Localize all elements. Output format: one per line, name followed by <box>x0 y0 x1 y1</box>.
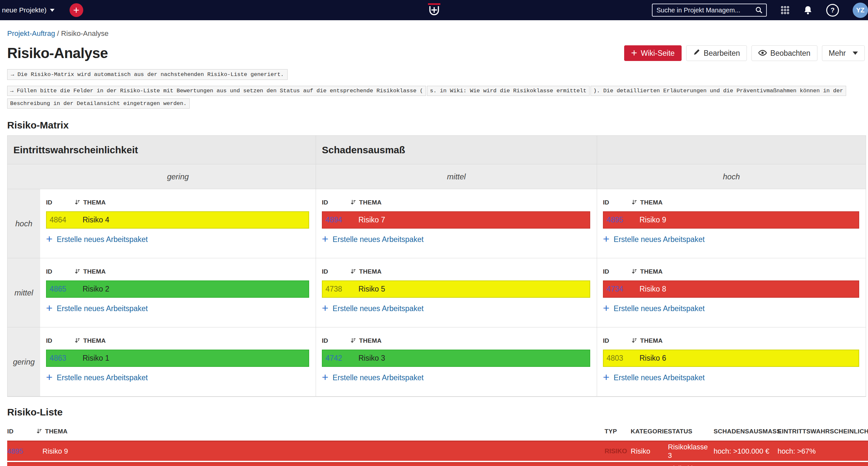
create-work-package-link[interactable]: +Erstelle neues Arbeitspaket <box>322 304 590 313</box>
search-icon[interactable] <box>755 6 763 14</box>
column-header-id[interactable]: ID <box>46 337 75 344</box>
risk-probability: hoch: >67% <box>778 447 868 456</box>
chevron-down-icon <box>50 9 55 12</box>
list-column-id[interactable]: ID <box>7 428 35 435</box>
column-header-id[interactable]: ID <box>603 268 632 275</box>
column-header-thema[interactable]: THEMA <box>359 337 382 344</box>
sort-icon <box>350 199 356 206</box>
risk-title: Risiko 9 <box>35 447 604 456</box>
create-work-package-label: Erstelle neues Arbeitspaket <box>57 235 148 244</box>
matrix-corner-cell <box>7 164 40 189</box>
create-work-package-label: Erstelle neues Arbeitspaket <box>57 373 148 382</box>
risk-title: Risiko 4 <box>83 215 110 224</box>
column-header-thema[interactable]: THEMA <box>83 199 106 206</box>
create-work-package-link[interactable]: +Erstelle neues Arbeitspaket <box>603 234 859 244</box>
risk-bar: 4864 Risiko 4 <box>46 211 309 229</box>
matrix-cell: IDTHEMA 4734 Risiko 8 +Erstelle neues Ar… <box>597 258 866 327</box>
risk-title: Risiko 7 <box>359 215 385 224</box>
create-work-package-link[interactable]: +Erstelle neues Arbeitspaket <box>46 304 309 313</box>
column-header-thema[interactable]: THEMA <box>359 268 382 275</box>
column-header-id[interactable]: ID <box>322 199 350 206</box>
breadcrumb: Projekt-Auftrag / Risiko-Analyse <box>7 20 865 38</box>
table-row: 4895 Risiko 9 RISIKO Risiko Risikoklasse… <box>7 440 868 461</box>
risk-bar: 4738 Risiko 5 <box>322 280 590 298</box>
project-switcher[interactable]: neue Projekte) <box>2 6 55 14</box>
column-header-id[interactable]: ID <box>603 199 632 206</box>
risk-bar: 4742 Risiko 3 <box>322 350 590 367</box>
sort-icon <box>632 199 638 206</box>
table-row: 4894 Risiko 7 RISIKO Risiko Risikoklasse… <box>7 462 868 466</box>
risk-id-link[interactable]: 4865 <box>47 285 83 294</box>
matrix-cell: IDTHEMA 4863 Risiko 1 +Erstelle neues Ar… <box>40 327 316 397</box>
create-work-package-link[interactable]: +Erstelle neues Arbeitspaket <box>46 234 309 244</box>
risk-id-link[interactable]: 4738 <box>322 285 359 294</box>
column-header-id[interactable]: ID <box>322 337 350 344</box>
list-column-schadensausmass[interactable]: SCHADENSAUSMASS <box>714 428 778 435</box>
list-column-kategorie[interactable]: KATEGORIE <box>631 428 668 435</box>
create-work-package-link[interactable]: +Erstelle neues Arbeitspaket <box>603 304 859 313</box>
wiki-risk-class-link[interactable]: s. in Wiki: Wie wird die Risikoklasse er… <box>427 86 589 96</box>
list-column-typ[interactable]: TYP <box>604 428 631 435</box>
risk-id-link[interactable]: 4734 <box>603 285 640 294</box>
add-wiki-page-button[interactable]: + Wiki-Seite <box>624 45 681 61</box>
help-icon[interactable]: ? <box>826 4 839 16</box>
risk-title: Risiko 6 <box>640 354 666 363</box>
matrix-axis-cols-header: Schadensausmaß <box>316 136 597 164</box>
sort-icon <box>75 199 81 206</box>
list-column-status[interactable]: STATUS <box>668 428 714 435</box>
plus-icon: + <box>322 302 329 313</box>
pencil-icon <box>693 48 700 58</box>
risk-id-link[interactable]: 4864 <box>47 215 83 224</box>
risk-id-link[interactable]: 4895 <box>603 215 640 224</box>
plus-icon: + <box>46 233 53 244</box>
create-work-package-link[interactable]: +Erstelle neues Arbeitspaket <box>603 373 859 382</box>
column-header-thema[interactable]: THEMA <box>640 199 663 206</box>
list-column-eintrittswahrscheinlichkeit[interactable]: EINTRITTSWAHRSCHEINLICHKEIT <box>778 428 868 435</box>
risk-id-link[interactable]: 4803 <box>603 354 640 363</box>
more-button[interactable]: Mehr <box>822 45 865 61</box>
global-search <box>652 4 767 16</box>
risk-bar: 4863 Risiko 1 <box>46 350 309 367</box>
column-header-thema[interactable]: THEMA <box>83 337 106 344</box>
risk-category: Risiko <box>631 447 668 456</box>
app-logo[interactable] <box>427 2 442 19</box>
avatar[interactable]: YZ <box>852 3 868 18</box>
breadcrumb-parent-link[interactable]: Projekt-Auftrag <box>7 29 55 37</box>
risk-bar: 4865 Risiko 2 <box>46 280 309 298</box>
column-header-thema[interactable]: THEMA <box>640 268 663 275</box>
list-column-thema[interactable]: THEMA <box>45 428 68 435</box>
matrix-row-label: hoch <box>7 189 40 258</box>
risk-id-link[interactable]: 4895 <box>7 447 35 456</box>
edit-button[interactable]: Bearbeiten <box>686 45 747 61</box>
plus-icon: + <box>603 302 610 313</box>
create-work-package-label: Erstelle neues Arbeitspaket <box>614 304 705 313</box>
risk-id-link[interactable]: 4742 <box>322 354 359 363</box>
global-add-button[interactable]: + <box>69 3 83 17</box>
risk-title: Risiko 3 <box>359 354 385 363</box>
plus-icon: + <box>603 233 610 244</box>
modules-grid-icon[interactable] <box>780 5 789 15</box>
create-work-package-link[interactable]: +Erstelle neues Arbeitspaket <box>322 234 590 244</box>
column-header-id[interactable]: ID <box>46 199 75 206</box>
column-header-id[interactable]: ID <box>322 268 350 275</box>
breadcrumb-current: Risiko-Analyse <box>61 29 109 37</box>
matrix-axis-empty-header <box>597 136 866 164</box>
column-header-id[interactable]: ID <box>603 337 632 344</box>
notifications-bell-icon[interactable] <box>803 5 812 15</box>
create-work-package-link[interactable]: +Erstelle neues Arbeitspaket <box>46 373 309 382</box>
risk-status: Risikoklasse 3 <box>668 464 714 466</box>
column-header-thema[interactable]: THEMA <box>83 268 106 275</box>
risk-id-link[interactable]: 4863 <box>47 354 83 363</box>
column-header-thema[interactable]: THEMA <box>359 199 382 206</box>
create-work-package-link[interactable]: +Erstelle neues Arbeitspaket <box>322 373 590 382</box>
page-title: Risiko-Analyse <box>7 45 108 61</box>
column-header-id[interactable]: ID <box>46 268 75 275</box>
watch-button[interactable]: Beobachten <box>751 45 817 61</box>
risk-bar: 4895 Risiko 9 <box>603 211 859 229</box>
risk-id-link[interactable]: 4894 <box>322 215 359 224</box>
column-header-thema[interactable]: THEMA <box>640 337 663 344</box>
sort-icon <box>632 337 638 344</box>
risk-bar: 4803 Risiko 6 <box>603 350 859 367</box>
search-input[interactable] <box>656 6 755 14</box>
create-work-package-label: Erstelle neues Arbeitspaket <box>333 235 424 244</box>
